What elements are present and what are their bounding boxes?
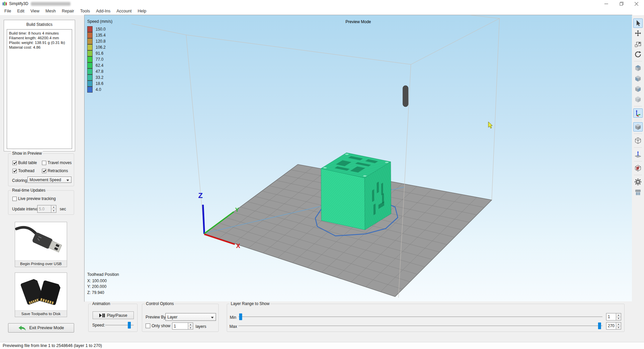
view-default-tool[interactable] — [633, 63, 643, 73]
max-slider-handle[interactable] — [598, 322, 601, 329]
only-show-spinbox[interactable]: 1 ▲▼ — [172, 322, 193, 330]
rotate-icon — [634, 50, 642, 58]
speed-slider-handle[interactable] — [128, 322, 131, 329]
toolhead-checkbox[interactable] — [12, 169, 17, 173]
view-top-tool[interactable] — [633, 74, 643, 83]
menu-account[interactable]: Account — [113, 7, 135, 15]
toolhead-label: Toolhead — [18, 168, 35, 173]
support-structures-tool[interactable] — [633, 188, 643, 197]
toolhead-checkbox-row[interactable]: Toolhead — [12, 168, 35, 173]
scale-tool[interactable] — [633, 39, 643, 49]
chevron-down-icon — [66, 180, 69, 181]
menu-repair[interactable]: Repair — [59, 7, 77, 15]
build-statistics-list: Build time: 8 hours 4 minutes Filament l… — [7, 29, 72, 149]
minimize-icon — [604, 2, 608, 6]
close-button[interactable] — [629, 0, 644, 7]
menu-tools[interactable]: Tools — [77, 7, 93, 15]
machine-control-panel-tool[interactable] — [633, 177, 643, 187]
preview-controls-panel: Animation Play/Pause Speed: Control Opti… — [85, 301, 632, 342]
cross-section-tool[interactable] — [633, 163, 643, 173]
view-front-tool[interactable] — [633, 84, 643, 94]
retractions-checkbox-row[interactable]: Retractions — [42, 168, 68, 173]
preview-3d-viewport[interactable]: Z Y X Preview Mode Speed (mm/s) 150.0 13… — [85, 15, 632, 301]
speed-legend-title: Speed (mm/s) — [87, 19, 112, 24]
chevron-down-icon — [211, 317, 214, 318]
spin-down-icon[interactable]: ▼ — [616, 317, 621, 320]
model-cube[interactable] — [321, 153, 391, 230]
toolbar-separator — [634, 147, 642, 148]
realtime-updates-title: Real-time Updates — [11, 188, 46, 193]
max-spin-buttons[interactable]: ▲▼ — [616, 322, 621, 329]
menu-help[interactable]: Help — [135, 7, 149, 15]
menu-mesh[interactable]: Mesh — [43, 7, 59, 15]
play-pause-button[interactable]: Play/Pause — [93, 311, 134, 319]
travel-moves-checkbox[interactable] — [42, 161, 46, 165]
only-show-checkbox-row[interactable]: Only show — [146, 323, 170, 328]
preview-by-dropdown[interactable]: Layer — [165, 313, 216, 321]
control-options-title: Control Options — [145, 301, 175, 306]
restore-button[interactable] — [614, 0, 629, 7]
menu-view[interactable]: View — [28, 7, 43, 15]
spin-up-icon[interactable]: ▲ — [616, 322, 621, 326]
spin-up-icon[interactable]: ▲ — [188, 323, 193, 326]
spin-down-icon[interactable]: ▼ — [616, 326, 621, 330]
app-logo-icon — [2, 1, 7, 6]
spin-down-icon[interactable]: ▼ — [188, 326, 193, 329]
begin-printing-usb-label: Begin Printing over USB — [15, 260, 67, 267]
preview-by-value: Layer — [167, 315, 177, 319]
legend-row: 18.6 — [87, 81, 112, 87]
wireframe-render-tool[interactable] — [633, 136, 643, 145]
animation-speed-slider[interactable] — [105, 322, 134, 329]
save-toolpaths-button[interactable]: Save Toolpaths to Disk — [15, 272, 67, 317]
spin-up-icon[interactable]: ▲ — [616, 313, 621, 317]
toolhead-position-x: X: 100.000 — [87, 278, 119, 284]
solid-render-tool[interactable] — [633, 122, 643, 132]
begin-printing-usb-button[interactable]: Begin Printing over USB — [15, 222, 67, 267]
coloring-dropdown[interactable]: Movement Speed — [28, 177, 71, 183]
menu-add-ins[interactable]: Add-Ins — [93, 7, 113, 15]
live-preview-checkbox[interactable] — [12, 197, 17, 201]
surface-normals-tool[interactable] — [633, 150, 643, 159]
menu-edit[interactable]: Edit — [14, 7, 28, 15]
minimize-button[interactable] — [599, 0, 614, 7]
legend-swatch — [87, 87, 93, 93]
max-layer-spinbox[interactable]: 270 ▲▼ — [606, 322, 621, 330]
max-slider-track[interactable] — [238, 326, 602, 326]
exit-preview-mode-button[interactable]: Exit Preview Mode — [8, 323, 74, 333]
retractions-checkbox[interactable] — [42, 169, 46, 173]
view-side-tool[interactable] — [633, 95, 643, 104]
coordinate-axes-tool[interactable] — [633, 108, 643, 118]
legend-row: 33.2 — [87, 74, 112, 81]
layer-range-title: Layer Range to Show — [230, 301, 270, 306]
toolhead-position-title: Toolhead Position — [87, 272, 119, 278]
max-layer-slider[interactable] — [238, 322, 602, 329]
min-spin-buttons[interactable]: ▲▼ — [616, 313, 621, 320]
axis-z-label: Z — [198, 191, 203, 200]
build-table-checkbox[interactable] — [12, 161, 17, 165]
build-table-checkbox-row[interactable]: Build table — [12, 160, 37, 165]
only-show-spin-buttons[interactable]: ▲▼ — [188, 323, 193, 329]
build-table-label: Build table — [18, 160, 37, 165]
view-front-cube-icon — [634, 85, 642, 93]
min-slider-track[interactable] — [238, 316, 602, 317]
rotate-tool[interactable] — [633, 50, 643, 59]
live-preview-checkbox-row[interactable]: Live preview tracking — [12, 196, 56, 201]
travel-moves-checkbox-row[interactable]: Travel moves — [42, 160, 72, 165]
legend-swatch — [87, 32, 93, 38]
toolbar-separator — [634, 106, 642, 106]
legend-swatch — [87, 26, 93, 32]
cross-section-icon — [634, 164, 642, 172]
min-layer-slider[interactable] — [238, 313, 602, 320]
menu-file[interactable]: File — [1, 7, 14, 15]
min-layer-spinbox[interactable]: 1 ▲▼ — [606, 313, 621, 320]
min-slider-handle[interactable] — [239, 313, 242, 320]
exit-preview-mode-label: Exit Preview Mode — [29, 326, 64, 330]
show-in-preview-group: Show in Preview Build table Travel moves… — [8, 153, 74, 186]
legend-row: 91.6 — [87, 50, 112, 56]
select-cursor-tool[interactable] — [633, 18, 643, 28]
scene-canvas: Z Y X — [85, 15, 632, 301]
stat-plastic-weight: Plastic weight: 138.91 g (0.31 lb) — [9, 40, 70, 45]
only-show-checkbox[interactable] — [146, 323, 150, 328]
legend-row: 150.0 — [87, 26, 112, 32]
translate-tool[interactable] — [633, 29, 643, 38]
